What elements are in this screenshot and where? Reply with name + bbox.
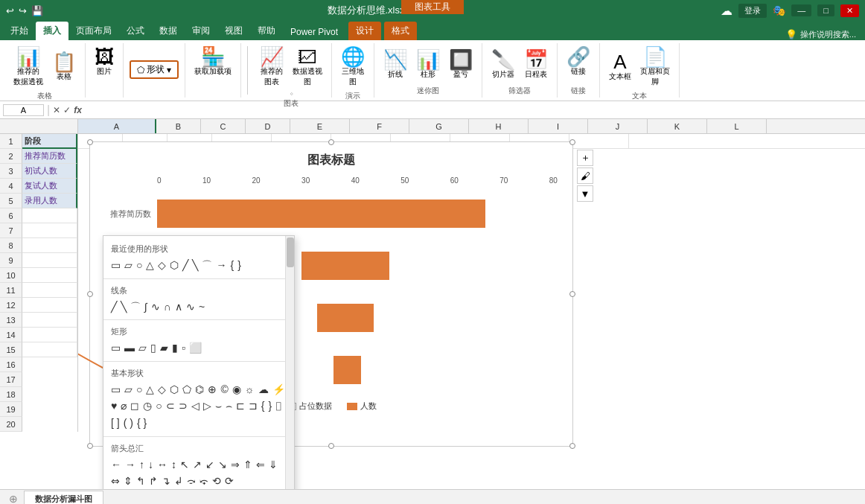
cell-A6[interactable] [22, 208, 77, 223]
chart-style-button[interactable]: 🖌 [577, 168, 593, 184]
get-addins-button[interactable]: 🏪 获取加载项 [191, 45, 234, 79]
shape-brace-l[interactable]: { [229, 258, 235, 274]
shape-triangle[interactable]: △ [144, 258, 156, 274]
line-diagonal[interactable]: ╲ [119, 299, 128, 316]
cell-A14[interactable] [22, 328, 77, 342]
image-button[interactable]: 🖼 图片 [92, 45, 117, 79]
shape-rect[interactable]: ▭ [109, 258, 122, 274]
cell-K1[interactable] [569, 134, 629, 148]
chart-handle-ml[interactable] [87, 291, 93, 297]
chart-handle-bl[interactable] [87, 443, 93, 449]
shape-hex[interactable]: ⬡ [168, 258, 180, 274]
cell-A11[interactable] [22, 283, 77, 298]
cell-A2[interactable]: 推荐简历数 [22, 149, 77, 164]
cell-A8[interactable] [22, 238, 77, 253]
row-header-9[interactable]: 9 [0, 253, 22, 268]
rect-basic[interactable]: ▭ [109, 340, 122, 357]
undo-icon[interactable]: ↩ [6, 5, 14, 16]
timeline-button[interactable]: 📅 日程表 [521, 48, 551, 82]
rect-snip[interactable]: ▯ [149, 340, 158, 357]
col-header-D[interactable]: D [246, 119, 290, 133]
rect-small[interactable]: ▫ [180, 340, 187, 357]
line-zigzag[interactable]: ∧ [173, 299, 184, 316]
line-wave[interactable]: ∿ [150, 299, 162, 316]
chart-handle-mr[interactable] [569, 291, 575, 297]
header-footer-button[interactable]: 📄 页眉和页脚 [637, 45, 673, 89]
link-button[interactable]: 🔗 链接 [564, 45, 593, 79]
recommended-chart-button[interactable]: 📈 推荐的图表 [257, 45, 287, 89]
line-freeform[interactable]: ∿ [185, 299, 197, 316]
row-header-1[interactable]: 1 [0, 134, 22, 149]
cell-A3[interactable]: 初试人数 [22, 164, 77, 179]
sparkline-win-button[interactable]: 🔲 盈亏 [446, 48, 476, 82]
col-header-I[interactable]: I [529, 119, 588, 133]
row-header-19[interactable]: 19 [0, 402, 22, 417]
col-header-C[interactable]: C [201, 119, 246, 133]
chart-handle-tc[interactable] [328, 139, 334, 145]
row-header-15[interactable]: 15 [0, 342, 22, 357]
cell-A15[interactable] [22, 342, 77, 357]
tab-home[interactable]: 开始 [3, 22, 36, 40]
line-straight[interactable]: ╱ [109, 299, 118, 316]
col-header-H[interactable]: H [469, 119, 529, 133]
shape-line1[interactable]: ╱ [181, 258, 190, 274]
tab-review[interactable]: 审阅 [185, 22, 217, 40]
row-header-8[interactable]: 8 [0, 238, 22, 253]
dropdown-scrollbar[interactable] [285, 236, 294, 489]
tab-formula[interactable]: 公式 [119, 22, 152, 40]
sheet-tab-1[interactable]: 数据分析漏斗图 [24, 491, 103, 505]
add-chart-element-button[interactable]: ＋ [577, 150, 593, 166]
table-button[interactable]: 📋 表格 [49, 50, 79, 84]
chart-handle-tl[interactable] [87, 139, 93, 145]
row-header-17[interactable]: 17 [0, 372, 22, 387]
rect-rounded[interactable]: ▬ [123, 340, 136, 357]
login-button[interactable]: 登录 [738, 4, 767, 18]
pivot-chart-button[interactable]: 🗠 数据透视图 [290, 45, 325, 89]
row-header-16[interactable]: 16 [0, 357, 22, 372]
rect-snip2[interactable]: ▰ [159, 340, 170, 357]
function-icon[interactable]: fx [74, 105, 82, 115]
rect-scroll[interactable]: ▮ [170, 340, 179, 357]
rect-white[interactable]: ⬜ [188, 340, 203, 357]
cell-A9[interactable] [22, 253, 77, 268]
textbox-button[interactable]: A 文本框 [606, 50, 634, 84]
shape-line2[interactable]: ╲ [191, 258, 200, 274]
tab-view[interactable]: 视图 [217, 22, 250, 40]
row-header-6[interactable]: 6 [0, 208, 22, 223]
shape-parallelogram[interactable]: ▱ [123, 258, 134, 274]
row-header-13[interactable]: 13 [0, 313, 22, 328]
row-header-11[interactable]: 11 [0, 283, 22, 298]
sparkline-line-button[interactable]: 📉 折线 [380, 48, 410, 82]
shape-arrow-r[interactable]: → [214, 258, 228, 274]
chart-group-expand-icon[interactable]: ⬦ [290, 89, 293, 97]
confirm-formula-icon[interactable]: ✓ [63, 105, 71, 115]
chart-handle-bc[interactable] [328, 443, 334, 449]
row-header-5[interactable]: 5 [0, 194, 22, 208]
chart-handle-tr[interactable] [569, 139, 575, 145]
shape-brace-r[interactable]: } [236, 258, 243, 274]
col-header-K[interactable]: K [648, 119, 707, 133]
col-header-J[interactable]: J [588, 119, 648, 133]
row-header-4[interactable]: 4 [0, 179, 22, 194]
cell-L1[interactable] [629, 134, 689, 148]
chart-filter-button[interactable]: ▼ [577, 185, 593, 202]
3d-map-button[interactable]: 🌐 三维地图 [338, 45, 368, 89]
cell-A10[interactable] [22, 268, 77, 283]
cell-A13[interactable] [22, 313, 77, 328]
row-header-10[interactable]: 10 [0, 268, 22, 283]
col-header-F[interactable]: F [350, 119, 409, 133]
cell-A12[interactable] [22, 298, 77, 313]
col-header-A[interactable]: A [78, 119, 156, 133]
tab-design[interactable]: 设计 [348, 22, 381, 40]
row-header-14[interactable]: 14 [0, 328, 22, 342]
slicer-button[interactable]: 🔪 切片器 [488, 48, 518, 82]
cell-A5[interactable]: 录用人数 [22, 194, 77, 208]
tab-help[interactable]: 帮助 [250, 22, 283, 40]
shapes-button[interactable]: ⬠ 形状 ▾ [130, 60, 179, 79]
shape-curve[interactable]: ⌒ [200, 258, 214, 274]
close-button[interactable]: ✕ [840, 4, 859, 17]
line-curved[interactable]: ⌒ [129, 299, 142, 316]
col-header-E[interactable]: E [290, 119, 350, 133]
tab-page-layout[interactable]: 页面布局 [68, 22, 119, 40]
tab-data[interactable]: 数据 [152, 22, 185, 40]
